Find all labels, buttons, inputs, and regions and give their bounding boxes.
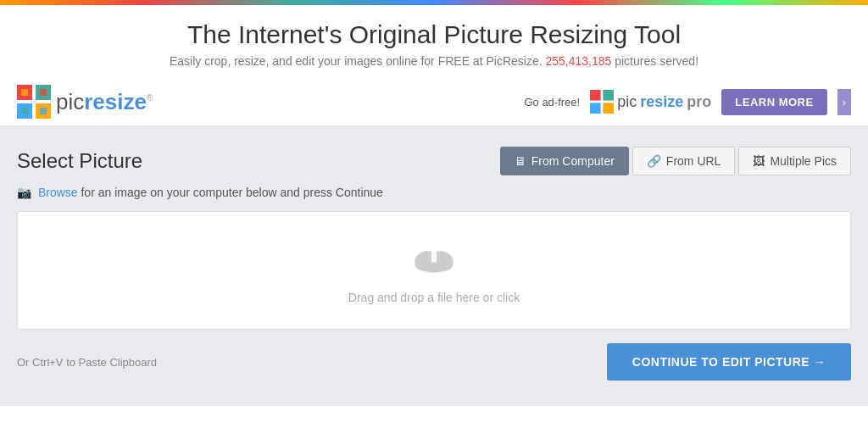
hero-sub-before: Easily crop, resize, and edit your image… bbox=[170, 54, 542, 68]
svg-rect-4 bbox=[21, 89, 28, 96]
continue-button[interactable]: CONTINUE TO EDIT PICTURE → bbox=[607, 343, 851, 381]
hero-count: 255,413,185 bbox=[545, 54, 611, 68]
svg-rect-6 bbox=[21, 108, 28, 114]
svg-rect-11 bbox=[604, 103, 615, 114]
hero-subtitle: Easily crop, resize, and edit your image… bbox=[17, 54, 851, 68]
svg-rect-8 bbox=[590, 90, 601, 101]
learn-more-button[interactable]: LEARN MORE bbox=[721, 89, 826, 115]
hero-title: The Internet's Original Picture Resizing… bbox=[17, 20, 851, 49]
svg-rect-9 bbox=[604, 90, 615, 101]
browse-line: 📷 Browse for an image on your computer b… bbox=[17, 186, 851, 199]
logo: picresize® bbox=[17, 85, 153, 119]
drop-zone-text: Drag and drop a file here or click bbox=[348, 291, 520, 304]
tab-from-computer[interactable]: 🖥 From Computer bbox=[500, 147, 629, 175]
upload-tabs: 🖥 From Computer 🔗 From URL 🖼 Multiple Pi… bbox=[500, 147, 851, 175]
tab-from-url-label: From URL bbox=[666, 154, 721, 168]
main-content: Select Picture 🖥 From Computer 🔗 From UR… bbox=[0, 126, 868, 406]
tab-from-computer-label: From Computer bbox=[531, 154, 615, 168]
tab-multiple-pics[interactable]: 🖼 Multiple Pics bbox=[738, 147, 851, 175]
svg-marker-16 bbox=[426, 241, 442, 251]
hero-section: The Internet's Original Picture Resizing… bbox=[0, 5, 868, 78]
paste-hint: Or Ctrl+V to Paste Clipboard bbox=[17, 356, 157, 369]
nav-right: Go ad-free! picresizepro LEARN MORE › bbox=[524, 89, 851, 115]
select-picture-title: Select Picture bbox=[17, 149, 142, 173]
nav-arrow-button[interactable]: › bbox=[837, 89, 851, 115]
svg-rect-10 bbox=[590, 103, 601, 114]
pro-logo: picresizepro bbox=[590, 90, 711, 114]
bottom-row: Or Ctrl+V to Paste Clipboard CONTINUE TO… bbox=[17, 343, 851, 381]
tab-multiple-pics-label: Multiple Pics bbox=[770, 154, 837, 168]
browse-suffix: for an image on your computer below and … bbox=[81, 186, 382, 199]
svg-rect-7 bbox=[40, 108, 47, 114]
logo-text: picresize® bbox=[56, 89, 153, 115]
drop-zone[interactable]: Drag and drop a file here or click bbox=[17, 211, 851, 330]
hero-sub-after: pictures served! bbox=[615, 54, 698, 68]
camera-icon: 📷 bbox=[17, 186, 31, 199]
cloud-upload-icon bbox=[409, 236, 459, 282]
browse-link[interactable]: Browse bbox=[38, 186, 78, 199]
go-ad-free-text: Go ad-free! bbox=[524, 96, 580, 108]
navbar: picresize® Go ad-free! picresizepro LEAR… bbox=[0, 78, 868, 126]
images-icon: 🖼 bbox=[753, 154, 765, 168]
tab-from-url[interactable]: 🔗 From URL bbox=[632, 147, 736, 175]
pro-logo-icon bbox=[590, 90, 614, 114]
link-icon: 🔗 bbox=[647, 154, 661, 168]
svg-rect-5 bbox=[40, 89, 47, 96]
computer-icon: 🖥 bbox=[515, 154, 526, 168]
select-header: Select Picture 🖥 From Computer 🔗 From UR… bbox=[17, 147, 851, 175]
logo-icon bbox=[17, 85, 51, 119]
